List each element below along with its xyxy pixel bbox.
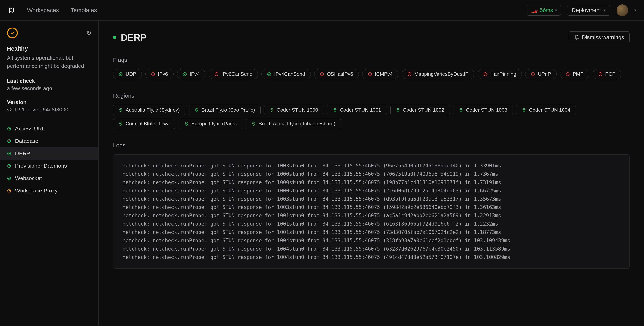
dismiss-label: Dismiss warnings xyxy=(582,34,624,41)
map-pin-icon xyxy=(459,108,463,112)
minus-circle-icon xyxy=(214,72,219,76)
logs-box[interactable]: netcheck: netcheck.runProbe: got STUN re… xyxy=(113,154,630,269)
bell-icon xyxy=(574,35,579,40)
health-title: Healthy xyxy=(7,45,92,52)
region-chip[interactable]: Australia Fly.io (Sydney) xyxy=(113,105,186,115)
flag-label: OSHasIPv6 xyxy=(327,71,353,77)
map-pin-icon xyxy=(270,108,274,112)
flag-label: MappingVariesByDestIP xyxy=(414,71,468,77)
deployment-label: Deployment xyxy=(572,7,601,13)
sidebar-list: Access URLDatabaseDERPProvisioner Daemon… xyxy=(0,122,98,197)
last-check-block: Last check a few seconds ago xyxy=(7,78,92,91)
latency-pill[interactable]: 🏎️ 56ms ▾ xyxy=(527,5,561,16)
region-label: Australia Fly.io (Sydney) xyxy=(126,107,180,113)
main: ↻ Healthy All systems operational, but p… xyxy=(0,21,644,326)
flag-chip: IPv4 xyxy=(177,69,205,79)
flag-label: IPv4CanSend xyxy=(274,71,305,77)
dismiss-warnings-button[interactable]: Dismiss warnings xyxy=(568,31,630,43)
latency-value: 56ms xyxy=(540,7,553,13)
map-pin-icon xyxy=(396,108,400,112)
refresh-button[interactable]: ↻ xyxy=(86,29,92,37)
svg-point-34 xyxy=(120,123,121,124)
map-pin-icon xyxy=(118,122,123,126)
region-chip[interactable]: Coder STUN 1003 xyxy=(453,105,513,115)
map-pin-icon xyxy=(522,108,526,112)
flag-label: UDP xyxy=(126,71,136,77)
sidebar-item[interactable]: Database xyxy=(0,135,98,147)
nav-templates[interactable]: Templates xyxy=(71,7,97,14)
flag-label: PCP xyxy=(605,71,616,77)
map-pin-icon xyxy=(194,108,199,112)
flag-chip: UDP xyxy=(113,69,142,79)
region-chip[interactable]: South Africa Fly.io (Johannesburg) xyxy=(246,119,341,129)
svg-point-27 xyxy=(120,109,121,110)
flag-label: IPv6CanSend xyxy=(222,71,252,77)
version-label: Version xyxy=(7,99,92,105)
region-chip[interactable]: Europe Fly.io (Paris) xyxy=(179,119,242,129)
region-chip[interactable]: Council Bluffs, Iowa xyxy=(113,119,175,129)
region-label: Coder STUN 1002 xyxy=(403,107,444,113)
minus-circle-icon xyxy=(566,72,570,76)
last-check-value: a few seconds ago xyxy=(7,85,92,91)
chevron-down-icon: ▾ xyxy=(604,8,606,13)
minus-circle-icon xyxy=(320,72,324,76)
flag-label: IPv6 xyxy=(158,71,168,77)
flag-chip: MappingVariesByDestIP xyxy=(402,69,474,79)
flag-label: UPnP xyxy=(538,71,551,77)
map-pin-icon xyxy=(184,122,189,126)
region-label: Council Bluffs, Iowa xyxy=(126,121,170,127)
sidebar-item-label: Provisioner Daemons xyxy=(15,163,67,169)
sidebar-item[interactable]: Access URL xyxy=(0,122,98,135)
region-chip[interactable]: Coder STUN 1004 xyxy=(516,105,576,115)
svg-point-33 xyxy=(524,109,524,110)
region-chip[interactable]: Coder STUN 1001 xyxy=(327,105,387,115)
status-dot-icon xyxy=(113,36,116,39)
minus-circle-icon xyxy=(531,72,535,76)
version-block: Version v2.12.1-devel+54e8f3000 xyxy=(7,99,92,113)
region-label: Coder STUN 1003 xyxy=(466,107,507,113)
flag-chip: UPnP xyxy=(525,69,556,79)
nav-workspaces[interactable]: Workspaces xyxy=(27,7,59,14)
logs-section: Logs netcheck: netcheck.runProbe: got ST… xyxy=(113,142,630,269)
last-check-label: Last check xyxy=(7,78,92,84)
sidebar-item[interactable]: Provisioner Daemons xyxy=(0,160,98,172)
sidebar-item[interactable]: Workspace Proxy xyxy=(0,185,98,197)
app-logo[interactable] xyxy=(8,7,16,14)
flag-label: IPv4 xyxy=(190,71,200,77)
status-icon xyxy=(7,139,11,143)
deployment-menu[interactable]: Deployment ▾ xyxy=(567,5,610,16)
health-subtitle: All systems operational, but performance… xyxy=(7,54,92,70)
svg-point-31 xyxy=(398,109,398,110)
latency-emoji: 🏎️ xyxy=(531,7,538,13)
chevron-down-icon: ▾ xyxy=(555,8,557,13)
chevron-down-icon[interactable]: ▾ xyxy=(634,8,636,13)
svg-point-29 xyxy=(272,109,272,110)
region-chip[interactable]: Coder STUN 1000 xyxy=(264,105,324,115)
region-label: South Africa Fly.io (Johannesburg) xyxy=(258,121,335,127)
sidebar-item[interactable]: DERP xyxy=(0,147,98,160)
flag-chip: IPv6CanSend xyxy=(209,69,258,79)
status-icon xyxy=(7,151,11,156)
page-header: DERP Dismiss warnings xyxy=(113,31,630,43)
svg-point-32 xyxy=(460,109,462,110)
sidebar: ↻ Healthy All systems operational, but p… xyxy=(0,21,99,326)
flag-chip: IPv4CanSend xyxy=(262,69,310,79)
avatar[interactable] xyxy=(616,5,628,16)
flag-chip: OSHasIPv6 xyxy=(314,69,359,79)
flag-chip: PCP xyxy=(593,69,621,79)
regions-title: Regions xyxy=(113,92,630,99)
region-chip[interactable]: Coder STUN 1002 xyxy=(390,105,450,115)
map-pin-icon xyxy=(333,108,337,112)
page-title: DERP xyxy=(121,32,146,43)
flags-section: Flags UDPIPv6IPv4IPv6CanSendIPv4CanSendO… xyxy=(113,57,630,79)
svg-point-28 xyxy=(196,109,197,110)
topbar-right: 🏎️ 56ms ▾ Deployment ▾ ▾ xyxy=(527,5,636,16)
region-label: Coder STUN 1001 xyxy=(340,107,381,113)
flag-label: PMP xyxy=(572,71,584,77)
region-chip[interactable]: Brazil Fly.io (Sao Paulo) xyxy=(189,105,261,115)
sidebar-item-label: Access URL xyxy=(15,126,45,132)
flags-chips: UDPIPv6IPv4IPv6CanSendIPv4CanSendOSHasIP… xyxy=(113,69,630,79)
status-icon xyxy=(7,176,11,181)
sidebar-item[interactable]: Websocket xyxy=(0,172,98,185)
sidebar-item-label: Workspace Proxy xyxy=(15,188,58,194)
